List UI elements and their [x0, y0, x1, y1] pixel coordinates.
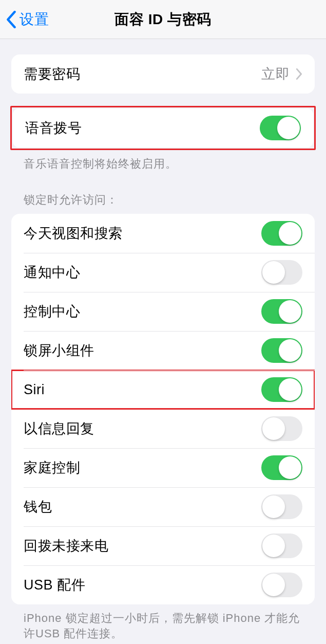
lock-access-row-回拨未接来电: 回拨未接来电 [11, 526, 315, 565]
page-title: 面容 ID 与密码 [114, 10, 211, 29]
voice-dial-toggle[interactable] [260, 116, 301, 140]
lock-access-row-今天视图和搜索: 今天视图和搜索 [11, 214, 315, 253]
lock-access-toggle-通知中心[interactable] [261, 260, 302, 285]
require-passcode-group: 需要密码 立即 [11, 54, 315, 94]
lock-access-toggle-锁屏小组件[interactable] [261, 338, 302, 363]
lock-access-toggle-回拨未接来电[interactable] [261, 533, 302, 558]
lock-access-footer: iPhone 锁定超过一小时后，需先解锁 iPhone 才能允许USB 配件连接… [11, 604, 315, 641]
voice-dial-row: 语音拨号 [13, 108, 313, 148]
lock-access-label: 今天视图和搜索 [24, 224, 123, 243]
lock-access-label: USB 配件 [24, 576, 85, 594]
lock-access-row-以信息回复: 以信息回复 [11, 409, 315, 448]
require-passcode-row[interactable]: 需要密码 立即 [11, 54, 315, 94]
voice-dial-group: 语音拨号 [13, 108, 313, 148]
require-passcode-value: 立即 [261, 65, 290, 83]
lock-access-row-通知中心: 通知中心 [11, 253, 315, 292]
voice-dial-highlight: 语音拨号 [10, 106, 316, 150]
chevron-right-icon [296, 68, 302, 80]
voice-dial-label: 语音拨号 [25, 119, 82, 137]
lock-access-group: 今天视图和搜索通知中心控制中心锁屏小组件Siri以信息回复家庭控制钱包回拨未接来… [11, 214, 315, 604]
lock-access-toggle-控制中心[interactable] [261, 299, 302, 324]
require-passcode-label: 需要密码 [24, 65, 80, 83]
lock-access-row-锁屏小组件: 锁屏小组件 [11, 331, 315, 370]
lock-access-label: Siri [24, 382, 45, 398]
navbar: 设置 面容 ID 与密码 [0, 0, 326, 39]
lock-access-header: 锁定时允许访问： [11, 172, 315, 214]
lock-access-row-控制中心: 控制中心 [11, 292, 315, 331]
chevron-left-icon [6, 11, 16, 28]
lock-access-label: 锁屏小组件 [24, 341, 94, 360]
lock-access-toggle-usb-配件[interactable] [261, 573, 302, 597]
lock-access-toggle-siri[interactable] [261, 377, 302, 402]
lock-access-toggle-今天视图和搜索[interactable] [261, 221, 302, 246]
lock-access-row-钱包: 钱包 [11, 487, 315, 526]
lock-access-toggle-钱包[interactable] [261, 494, 302, 519]
lock-access-label: 回拨未接来电 [24, 537, 108, 555]
lock-access-label: 控制中心 [24, 302, 80, 321]
back-label: 设置 [20, 10, 49, 29]
lock-access-toggle-家庭控制[interactable] [261, 455, 302, 480]
lock-access-row-usb-配件: USB 配件 [11, 565, 315, 604]
lock-access-label: 通知中心 [24, 263, 80, 282]
lock-access-row-siri: Siri [11, 370, 315, 409]
lock-access-toggle-以信息回复[interactable] [261, 416, 302, 441]
lock-access-label: 家庭控制 [24, 458, 80, 477]
back-button[interactable]: 设置 [0, 10, 49, 29]
lock-access-label: 以信息回复 [24, 419, 94, 438]
voice-dial-footer: 音乐语音控制将始终被启用。 [11, 150, 315, 172]
lock-access-row-家庭控制: 家庭控制 [11, 448, 315, 487]
lock-access-label: 钱包 [24, 498, 52, 516]
